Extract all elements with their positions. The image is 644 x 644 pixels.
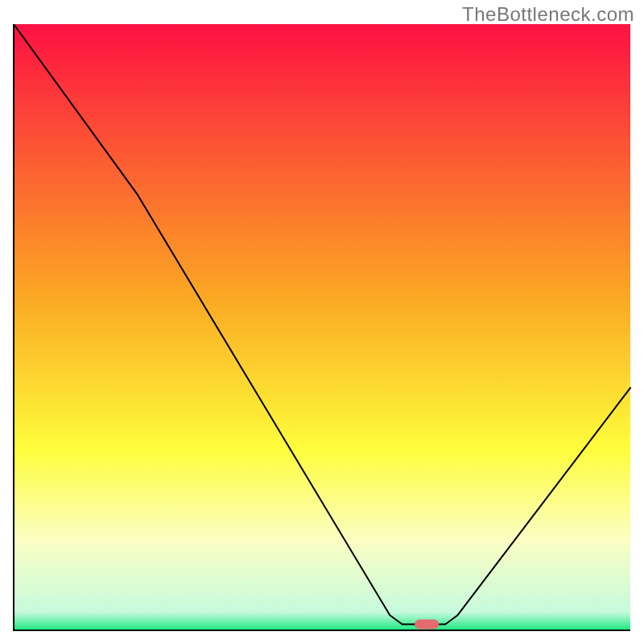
chart-svg [12, 24, 632, 632]
chart-container: TheBottleneck.com [0, 0, 644, 644]
gradient-background [14, 24, 630, 630]
watermark-text: TheBottleneck.com [462, 3, 634, 26]
optimal-marker-icon [415, 620, 439, 630]
plot-area [12, 24, 632, 632]
